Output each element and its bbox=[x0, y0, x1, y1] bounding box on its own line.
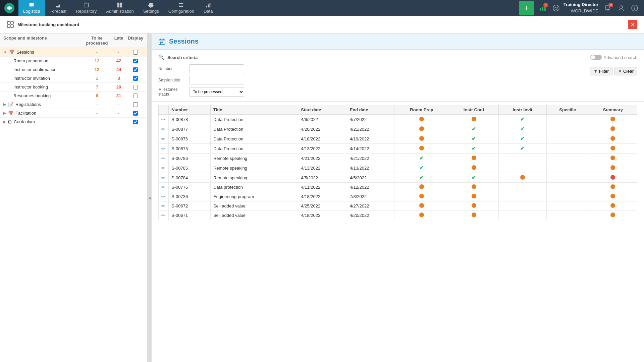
instr-confirm-checkbox[interactable] bbox=[133, 67, 138, 72]
registrations-chevron[interactable]: ▶ bbox=[3, 102, 6, 107]
filter-button[interactable]: ▼ Filter bbox=[590, 67, 612, 75]
edit-cell[interactable]: ✏ bbox=[159, 211, 169, 220]
start-cell: 4/18/2022 bbox=[298, 192, 347, 201]
table-row: ✏ S-00786 Remote speaking 4/21/2022 4/21… bbox=[159, 154, 637, 163]
edit-icon[interactable]: ✏ bbox=[161, 136, 165, 141]
edit-icon[interactable]: ✏ bbox=[161, 127, 165, 132]
edit-cell[interactable]: ✏ bbox=[159, 154, 169, 163]
status-check: ✔ bbox=[520, 116, 525, 122]
status-dot-orange bbox=[610, 194, 615, 198]
nav-item-configuration[interactable]: Configuration bbox=[164, 0, 199, 16]
edit-cell[interactable]: ✏ bbox=[159, 183, 169, 192]
specific-cell bbox=[546, 134, 589, 144]
registrations-checkbox[interactable] bbox=[133, 102, 138, 107]
svg-rect-4 bbox=[120, 3, 122, 5]
tree-row-instr-confirm: Instructor confirmation 12 44 bbox=[0, 65, 147, 74]
end-cell: 4/7/2022 bbox=[347, 115, 394, 124]
res-book-checkbox[interactable] bbox=[133, 94, 138, 98]
number-input[interactable] bbox=[189, 64, 244, 73]
status-dot-orange bbox=[610, 203, 615, 208]
page-header: Milestone tracking dashboard ✕ bbox=[0, 16, 644, 34]
page-close-button[interactable]: ✕ bbox=[628, 20, 637, 29]
edit-cell[interactable]: ✏ bbox=[159, 201, 169, 211]
edit-cell[interactable]: ✏ bbox=[159, 115, 169, 124]
nav-item-logistics[interactable]: Logistics bbox=[18, 0, 45, 16]
nav-item-repository[interactable]: Repository bbox=[71, 0, 101, 16]
table-row: ✏ S-00878 Data Protection 4/6/2022 4/7/2… bbox=[159, 115, 637, 124]
edit-icon[interactable]: ✏ bbox=[161, 156, 165, 161]
svg-rect-25 bbox=[160, 42, 161, 43]
nav-item-administration[interactable]: Administration bbox=[101, 0, 138, 16]
number-cell: S-00785 bbox=[169, 163, 211, 173]
edit-cell[interactable]: ✏ bbox=[159, 134, 169, 144]
nav-item-settings[interactable]: Settings bbox=[139, 0, 164, 16]
instr-conf-cell bbox=[449, 201, 499, 211]
instr-invit-cell bbox=[499, 192, 547, 201]
clear-icon: ✕ bbox=[618, 69, 622, 74]
svg-rect-6 bbox=[120, 5, 122, 7]
room-prep-cell bbox=[394, 183, 449, 192]
col-room-prep: Room Prep bbox=[394, 105, 449, 115]
title-cell: Engineering program bbox=[210, 192, 298, 201]
page-title: Milestone tracking dashboard bbox=[7, 21, 79, 28]
instr-invit-cell: ✔ bbox=[499, 124, 547, 134]
instr-book-checkbox[interactable] bbox=[133, 85, 138, 89]
svg-point-15 bbox=[557, 7, 557, 8]
instr-invit-cell bbox=[499, 163, 547, 173]
status-dot-orange bbox=[472, 203, 476, 208]
app-logo[interactable] bbox=[0, 0, 18, 16]
svg-rect-26 bbox=[162, 42, 163, 43]
edit-icon[interactable]: ✏ bbox=[161, 194, 165, 199]
room-prep-cell bbox=[394, 115, 449, 124]
nav-item-forecast[interactable]: Forecast bbox=[45, 0, 71, 16]
nav-item-data[interactable]: Data bbox=[199, 0, 217, 16]
edit-cell[interactable]: ✏ bbox=[159, 144, 169, 154]
clear-button[interactable]: ✕ Clear bbox=[614, 67, 637, 75]
edit-icon[interactable]: ✏ bbox=[161, 203, 165, 208]
advanced-search-toggle[interactable]: Advanced search bbox=[590, 55, 637, 60]
sessions-display-checkbox[interactable] bbox=[133, 50, 138, 55]
facilitation-chevron[interactable]: ▶ bbox=[3, 111, 6, 115]
toggle-track[interactable] bbox=[590, 55, 602, 60]
room-prep-checkbox[interactable] bbox=[133, 59, 138, 63]
facilitation-checkbox[interactable] bbox=[133, 111, 138, 116]
edit-icon[interactable]: ✏ bbox=[161, 166, 165, 171]
instr-invit-cell: ✔ bbox=[499, 144, 547, 154]
start-cell: 4/11/2022 bbox=[298, 183, 347, 192]
start-cell: 4/13/2022 bbox=[298, 163, 347, 173]
edit-icon[interactable]: ✏ bbox=[161, 175, 165, 180]
panel-resize-handle[interactable]: ◀ bbox=[148, 34, 152, 362]
milestones-status-select[interactable]: To be processed Late All bbox=[189, 87, 244, 97]
print-icon-btn[interactable]: 0 bbox=[602, 2, 614, 14]
col-edit bbox=[159, 105, 169, 115]
curriculum-chevron[interactable]: ▶ bbox=[3, 120, 6, 124]
status-dot-orange bbox=[419, 184, 424, 189]
instr-invite-checkbox[interactable] bbox=[133, 76, 138, 81]
curriculum-checkbox[interactable] bbox=[133, 120, 138, 124]
sessions-chevron[interactable]: ▼ bbox=[3, 50, 7, 54]
user-icon-btn[interactable] bbox=[615, 2, 627, 14]
edit-icon[interactable]: ✏ bbox=[161, 213, 165, 218]
user-info: Training Director WORLDWIDE bbox=[564, 2, 598, 14]
edit-cell[interactable]: ✏ bbox=[159, 163, 169, 173]
session-title-input[interactable] bbox=[189, 76, 244, 84]
summary-cell bbox=[589, 163, 637, 173]
edit-icon[interactable]: ✏ bbox=[161, 117, 165, 122]
title-cell: Remote speaking bbox=[210, 163, 298, 173]
new-button[interactable]: + bbox=[519, 1, 534, 15]
title-cell: Sell added value bbox=[210, 211, 298, 220]
smiley-icon-btn[interactable] bbox=[550, 2, 562, 14]
edit-cell[interactable]: ✏ bbox=[159, 124, 169, 134]
summary-cell bbox=[589, 192, 637, 201]
edit-cell[interactable]: ✏ bbox=[159, 173, 169, 183]
edit-icon[interactable]: ✏ bbox=[161, 146, 165, 151]
chart-icon-btn[interactable]: 5 bbox=[537, 2, 549, 14]
info-icon-btn[interactable] bbox=[629, 2, 641, 14]
edit-icon[interactable]: ✏ bbox=[161, 185, 165, 190]
room-prep-cell bbox=[394, 192, 449, 201]
number-cell: S-00786 bbox=[169, 154, 211, 163]
svg-rect-5 bbox=[117, 5, 119, 7]
col-end: End date bbox=[347, 105, 394, 115]
summary-cell bbox=[589, 211, 637, 220]
edit-cell[interactable]: ✏ bbox=[159, 192, 169, 201]
